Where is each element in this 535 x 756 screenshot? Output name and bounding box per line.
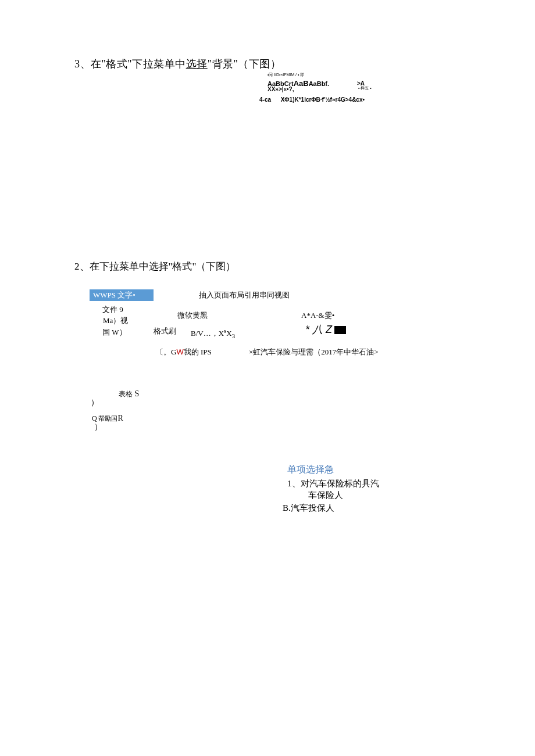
bv-2: X bbox=[226, 329, 231, 338]
garbled-b: XΦ1)K*1icrΦB·f'½f»r4G>4&cx• bbox=[281, 96, 365, 103]
help-ch: 帮勵国 bbox=[97, 415, 118, 422]
question-1-line2: 车保险人 bbox=[308, 490, 343, 501]
style-ext-sub: • 样五 • bbox=[358, 85, 372, 91]
tiny-caption: •同 IiD•«IFMIM / • 郡 bbox=[268, 72, 304, 78]
help-r: R bbox=[117, 414, 123, 422]
menu-table: 表格 S bbox=[119, 389, 139, 399]
section-3-text2: "背景"（下图） bbox=[208, 58, 281, 70]
paren-1: ） bbox=[91, 397, 99, 408]
question-1-line1: 1、对汽车保险标的具汽 bbox=[287, 478, 379, 489]
menu-country: 国 W） bbox=[102, 327, 127, 338]
style-sample-2: AaBbf. bbox=[309, 80, 329, 87]
ips-post: 我的 IPS bbox=[184, 347, 212, 356]
style-sample-big: AaB bbox=[294, 79, 309, 88]
section-2-num: 2 bbox=[74, 261, 80, 272]
section-3-title: 3、在"格式"下拉菜单中选择"背景"（下图） bbox=[74, 57, 281, 71]
font-size-control: A*A-&雯• bbox=[301, 310, 334, 321]
garbled-row: 4-ca XΦ1)K*1icrΦB·f'½f»r4G>4&cx• bbox=[259, 96, 365, 103]
menu-view: Ma）视 bbox=[103, 316, 128, 326]
black-box-icon bbox=[334, 326, 346, 334]
garbled-a: 4-ca bbox=[259, 96, 271, 103]
ribbon-tabs: 抽入页面布局引用串同视图 bbox=[199, 290, 290, 300]
table-s-letter: S bbox=[133, 389, 139, 398]
bv-sub: 3 bbox=[232, 332, 235, 339]
format-brush: 格式刷 bbox=[154, 326, 176, 336]
option-b-label: B. bbox=[283, 503, 291, 513]
section-2-title: 2、在下拉菜单中选择"格式"（下图） bbox=[74, 260, 236, 273]
format-buttons: B/V…，XsX3 bbox=[191, 327, 235, 339]
car-pre: ×虹汽车保险与理需（ bbox=[249, 347, 321, 356]
ips-pre: 〔。G bbox=[156, 347, 176, 356]
style-samples-sub: XX»>|«•?, bbox=[268, 86, 294, 92]
table-txt: 表格 bbox=[119, 390, 133, 398]
menu-file: 文件 9 bbox=[102, 304, 123, 315]
star-glyphs: * 八 Z bbox=[305, 323, 346, 336]
wps-title-bar: WWPS 文字• bbox=[90, 289, 154, 301]
star-txt: * 八 Z bbox=[305, 324, 332, 335]
doc-tab-title: ×虹汽车保险与理需（2017年中华石油> bbox=[249, 347, 379, 357]
choice-section-title: 单项选择急 bbox=[287, 464, 334, 476]
font-name: 微软黄黑 bbox=[177, 310, 208, 321]
option-b: B.汽车投保人 bbox=[283, 503, 334, 514]
section-3-text1: 、在"格式"下拉菜单中 bbox=[80, 58, 186, 70]
ips-red: W bbox=[176, 347, 183, 356]
paren-2: ） bbox=[94, 422, 102, 432]
bv-1: B/V…，X bbox=[191, 329, 224, 338]
car-post: 年中华石油> bbox=[336, 347, 378, 356]
section-3-underline: 选择 bbox=[186, 58, 208, 70]
option-b-text: 汽车投保人 bbox=[291, 503, 334, 513]
section-2-text: 、在下拉菜单中选择"格式"（下图） bbox=[80, 261, 236, 272]
car-year: 2017 bbox=[321, 347, 336, 356]
section-3-num: 3 bbox=[74, 58, 80, 70]
ips-text: 〔。GW我的 IPS bbox=[156, 347, 212, 357]
help-q: Q bbox=[92, 414, 97, 422]
